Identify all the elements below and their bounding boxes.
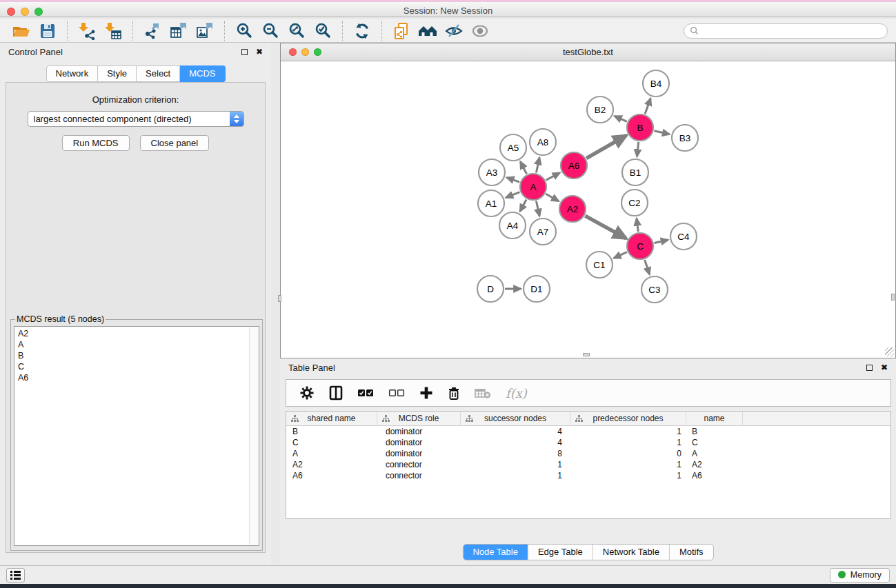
graph-edge-A-A2[interactable] [546, 194, 559, 201]
scrollbar-track[interactable] [249, 327, 258, 545]
network-canvas[interactable]: B4B2BB3A8A5A6A3B1AA1C2A2A4A7C4CC1C3DD1 [281, 62, 895, 358]
tab-select[interactable]: Select [137, 65, 180, 82]
close-table-panel-icon[interactable]: ✖ [881, 363, 888, 372]
table-cell[interactable]: A6 [286, 470, 377, 481]
close-panel-icon[interactable]: ✖ [256, 48, 263, 56]
table-row[interactable]: Bdominator41B [286, 426, 890, 437]
show-columns-icon[interactable] [329, 385, 343, 401]
table-row[interactable]: Adominator80A [286, 448, 890, 459]
table-cell[interactable]: 1 [461, 459, 570, 470]
mcds-result-list[interactable]: A2ABCA6 [14, 326, 259, 546]
table-cell[interactable]: B [686, 426, 743, 437]
graph-edge-A-A3[interactable] [507, 178, 519, 182]
export-image-icon[interactable] [195, 21, 215, 41]
graph-edge-A-A8[interactable] [536, 157, 539, 172]
table-cell[interactable]: C [286, 437, 377, 448]
column-header-predecessor-nodes[interactable]: predecessor nodes [570, 412, 686, 425]
table-cell[interactable]: 1 [570, 437, 686, 448]
column-header-successor-nodes[interactable]: successor nodes [461, 412, 570, 425]
table-cell[interactable]: A [686, 448, 743, 459]
table-cell[interactable]: A6 [686, 470, 743, 481]
graph-edge-C-C4[interactable] [654, 240, 668, 243]
mcds-result-item[interactable]: B [18, 350, 255, 361]
tab-edge-table[interactable]: Edge Table [528, 545, 593, 560]
table-cell[interactable]: 1 [570, 426, 686, 437]
graph-edge-C-C2[interactable] [637, 219, 638, 232]
tab-network-table[interactable]: Network Table [593, 545, 669, 560]
zoom-in-icon[interactable] [234, 21, 255, 41]
memory-button[interactable]: Memory [830, 568, 890, 582]
zoom-out-icon[interactable] [260, 21, 281, 41]
tab-motifs[interactable]: Motifs [669, 545, 713, 560]
graph-edge-A6-B[interactable] [586, 135, 626, 158]
float-panel-icon[interactable] [241, 49, 248, 55]
mcds-result-item[interactable]: A2 [18, 328, 255, 339]
graph-edge-B-B1[interactable] [637, 142, 638, 156]
show-eye-icon[interactable] [470, 21, 490, 41]
table-cell[interactable]: 1 [570, 470, 686, 481]
graph-edge-C-C3[interactable] [645, 260, 650, 274]
tab-mcds[interactable]: MCDS [180, 65, 225, 82]
export-network-icon[interactable] [142, 21, 163, 41]
import-network-icon[interactable] [77, 21, 97, 41]
select-all-checks-icon[interactable] [357, 388, 374, 398]
table-cell[interactable]: connector [377, 470, 461, 481]
graph-edge-B-B2[interactable] [615, 116, 627, 121]
graph-edge-A-A5[interactable] [520, 161, 526, 174]
splitter-handle-left[interactable] [278, 295, 281, 302]
table-cell[interactable]: 4 [461, 426, 570, 437]
zoom-fit-icon[interactable] [286, 21, 307, 41]
table-cell[interactable]: A [286, 448, 377, 459]
open-session-icon[interactable] [11, 21, 32, 41]
delete-column-icon[interactable] [448, 386, 460, 401]
table-cell[interactable]: C [686, 437, 743, 448]
graph-edge-B-B4[interactable] [645, 99, 650, 114]
close-panel-button[interactable]: Close panel [140, 135, 210, 151]
graph-edge-A-A6[interactable] [546, 173, 560, 181]
export-table-icon[interactable] [168, 21, 189, 41]
table-cell[interactable]: dominator [377, 437, 461, 448]
task-history-button[interactable] [6, 568, 25, 582]
run-mcds-button[interactable]: Run MCDS [62, 135, 130, 151]
mcds-result-item[interactable]: A6 [18, 372, 255, 383]
criterion-select[interactable]: largest connected component (directed) [28, 111, 244, 127]
table-cell[interactable]: 1 [461, 470, 570, 481]
refresh-layout-icon[interactable] [352, 21, 372, 41]
search-field[interactable] [684, 23, 888, 39]
column-header-MCDS-role[interactable]: MCDS role [377, 412, 461, 425]
network-graph[interactable]: B4B2BB3A8A5A6A3B1AA1C2A2A4A7C4CC1C3DD1 [281, 62, 895, 358]
network-window-titlebar[interactable]: testGlobe.txt [281, 43, 895, 61]
graph-edge-A-A1[interactable] [506, 192, 519, 198]
zoom-selected-icon[interactable] [312, 21, 333, 41]
table-cell[interactable]: A2 [686, 459, 743, 470]
table-cell[interactable]: 4 [461, 437, 570, 448]
table-cell[interactable]: A2 [286, 459, 377, 470]
column-header-name[interactable]: name [686, 412, 743, 425]
import-table-icon[interactable] [103, 21, 123, 41]
table-cell[interactable]: 0 [570, 448, 686, 459]
splitter-handle-right[interactable] [891, 294, 895, 301]
table-settings-icon[interactable] [299, 385, 315, 401]
graph-edge-A-A4[interactable] [520, 200, 526, 212]
column-header-shared-name[interactable]: shared name [286, 412, 377, 425]
table-cell[interactable]: dominator [377, 448, 461, 459]
tab-node-table[interactable]: Node Table [463, 545, 528, 560]
search-input[interactable] [699, 26, 882, 36]
table-cell[interactable]: dominator [377, 426, 461, 437]
graph-edge-C-C1[interactable] [614, 252, 627, 258]
splitter-handle-bottom[interactable] [583, 353, 590, 356]
clone-network-icon[interactable] [391, 21, 412, 41]
home-icon[interactable] [417, 21, 438, 41]
tab-network[interactable]: Network [46, 65, 98, 82]
table-row[interactable]: Cdominator41C [286, 437, 890, 448]
node-table[interactable]: shared nameMCDS rolesuccessor nodesprede… [286, 411, 891, 519]
hide-glasses-icon[interactable] [444, 21, 464, 41]
table-row[interactable]: A6connector11A6 [286, 470, 890, 481]
tab-style[interactable]: Style [98, 65, 137, 82]
mcds-result-item[interactable]: A [18, 339, 255, 350]
create-column-icon[interactable] [419, 386, 433, 400]
mcds-result-item[interactable]: C [18, 361, 255, 372]
table-cell[interactable]: connector [377, 459, 461, 470]
graph-edge-B-B3[interactable] [654, 131, 669, 134]
table-row[interactable]: A2connector11A2 [286, 459, 890, 470]
